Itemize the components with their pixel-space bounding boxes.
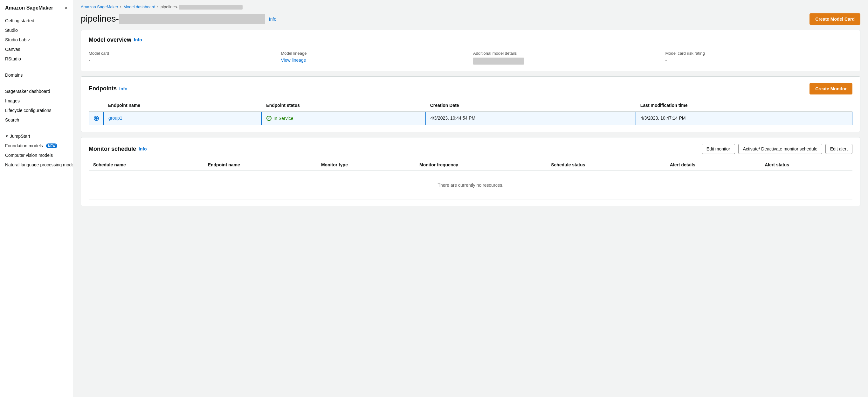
radio-dot: [94, 116, 99, 121]
model-card-value: -: [89, 58, 276, 63]
page-title-row: pipelines- Info: [81, 14, 276, 25]
sidebar-item-studio-lab[interactable]: Studio Lab ↗: [0, 35, 73, 44]
no-resources-text: There are currently no resources.: [93, 175, 848, 195]
page-info-link[interactable]: Info: [269, 17, 276, 22]
sidebar-close-button[interactable]: ×: [64, 5, 68, 11]
monitor-schedule-card: Monitor schedule Info Edit monitor Activ…: [81, 137, 860, 206]
model-overview-title: Model overview Info: [89, 37, 142, 43]
sidebar-divider-1: [5, 67, 68, 67]
sidebar-item-domains[interactable]: Domains: [0, 70, 73, 80]
col-alert-details: Alert details: [665, 159, 760, 171]
main-content: Amazon SageMaker › Model dashboard › pip…: [73, 0, 868, 397]
table-row[interactable]: group1 ✓ In Service 4/3/2023, 10:44:54 P…: [89, 111, 852, 125]
monitor-schedule-info-link[interactable]: Info: [138, 146, 147, 151]
model-overview-title-row: Model overview Info: [89, 37, 852, 43]
sidebar-item-rstudio[interactable]: RStudio: [0, 54, 73, 64]
radio-dot-inner: [95, 117, 98, 120]
sidebar-item-lifecycle-configurations[interactable]: Lifecycle configurations: [0, 105, 73, 115]
row-creation-date: 4/3/2023, 10:44:54 PM: [426, 111, 636, 125]
sidebar-item-search[interactable]: Search: [0, 115, 73, 125]
page-header: pipelines- Info Create Model Card: [73, 11, 868, 30]
model-field-risk-rating: Model card risk rating -: [665, 51, 853, 65]
create-monitor-button[interactable]: Create Monitor: [809, 83, 852, 94]
breadcrumb-sagemaker[interactable]: Amazon SageMaker: [81, 4, 118, 9]
endpoints-title: Endpoints Info: [89, 85, 127, 92]
endpoints-card: Endpoints Info Create Monitor Endpoint n…: [81, 77, 860, 132]
model-field-model-lineage: Model lineage View lineage: [281, 51, 468, 65]
sidebar-item-foundation-models[interactable]: Foundation models NEW: [0, 141, 73, 150]
col-creation-date: Creation Date: [426, 99, 636, 111]
breadcrumb-model-dashboard[interactable]: Model dashboard: [123, 4, 155, 9]
col-last-modified: Last modification time: [636, 99, 852, 111]
endpoint-name-link[interactable]: group1: [108, 116, 122, 121]
row-radio[interactable]: [89, 111, 104, 125]
row-endpoint-name: group1: [104, 111, 262, 125]
model-field-additional-details: Additional model details: [473, 51, 660, 65]
sidebar-item-computer-vision-models[interactable]: Computer vision models: [0, 150, 73, 160]
page-title: pipelines-: [81, 14, 265, 25]
no-resources-cell: There are currently no resources.: [89, 171, 852, 200]
monitor-schedule-table-container: Schedule name Endpoint name Monitor type…: [89, 159, 852, 200]
page-title-redact: [119, 14, 265, 24]
endpoints-table-body: group1 ✓ In Service 4/3/2023, 10:44:54 P…: [89, 111, 852, 125]
status-in-service: ✓ In Service: [267, 116, 293, 121]
col-select: [89, 99, 104, 111]
monitor-schedule-title: Monitor schedule Info: [89, 146, 147, 152]
additional-details-label: Additional model details: [473, 51, 660, 56]
model-overview-grid: Model card - Model lineage View lineage …: [89, 48, 852, 65]
sidebar-header: Amazon SageMaker ×: [0, 5, 73, 16]
breadcrumb-sep-1: ›: [120, 4, 121, 9]
model-overview-info-link[interactable]: Info: [134, 37, 142, 42]
endpoints-table-head: Endpoint name Endpoint status Creation D…: [89, 99, 852, 111]
endpoints-info-link[interactable]: Info: [119, 86, 127, 91]
breadcrumb-current: pipelines-: [161, 4, 243, 9]
monitor-schedule-table-body: There are currently no resources.: [89, 171, 852, 200]
sidebar-item-jumpstart[interactable]: ▼ JumpStart: [0, 131, 73, 141]
sidebar-item-images[interactable]: Images: [0, 96, 73, 105]
edit-alert-button[interactable]: Edit alert: [826, 144, 852, 154]
sidebar-divider-3: [5, 128, 68, 128]
sidebar: Amazon SageMaker × Getting started Studi…: [0, 0, 73, 397]
col-endpoint-name: Endpoint name: [104, 99, 262, 111]
sidebar-title: Amazon SageMaker: [5, 5, 53, 11]
endpoints-title-row: Endpoints Info Create Monitor: [89, 83, 852, 94]
breadcrumb-sep-2: ›: [157, 4, 159, 9]
sidebar-item-sagemaker-dashboard[interactable]: SageMaker dashboard: [0, 87, 73, 96]
new-badge: NEW: [46, 144, 57, 148]
sidebar-item-nlp-models[interactable]: Natural language processing models: [0, 160, 73, 170]
table-row-empty: There are currently no resources.: [89, 171, 852, 200]
row-last-modified: 4/3/2023, 10:47:14 PM: [636, 111, 852, 125]
row-endpoint-status: ✓ In Service: [262, 111, 426, 125]
sidebar-divider-2: [5, 83, 68, 83]
edit-monitor-button[interactable]: Edit monitor: [702, 144, 735, 154]
external-link-icon: ↗: [28, 38, 31, 42]
col-monitor-type: Monitor type: [317, 159, 415, 171]
create-model-card-button[interactable]: Create Model Card: [809, 13, 860, 25]
activate-deactivate-button[interactable]: Activate/ Deactivate monitor schedule: [738, 144, 822, 154]
col-monitor-endpoint-name: Endpoint name: [204, 159, 317, 171]
sidebar-item-studio[interactable]: Studio: [0, 26, 73, 35]
model-lineage-label: Model lineage: [281, 51, 468, 56]
monitor-schedule-title-row: Monitor schedule Info Edit monitor Activ…: [89, 144, 852, 154]
col-monitor-frequency: Monitor frequency: [415, 159, 547, 171]
sidebar-item-getting-started[interactable]: Getting started: [0, 16, 73, 26]
endpoints-table: Endpoint name Endpoint status Creation D…: [89, 99, 852, 126]
breadcrumb-redact: [179, 5, 243, 9]
col-alert-status: Alert status: [760, 159, 852, 171]
col-endpoint-status: Endpoint status: [262, 99, 426, 111]
breadcrumb: Amazon SageMaker › Model dashboard › pip…: [73, 0, 868, 11]
status-check-icon: ✓: [267, 116, 272, 121]
monitor-schedule-table-head: Schedule name Endpoint name Monitor type…: [89, 159, 852, 171]
sidebar-jumpstart-subsection: Foundation models NEW Computer vision mo…: [0, 141, 73, 170]
view-lineage-link[interactable]: View lineage: [281, 58, 306, 63]
model-field-model-card: Model card -: [89, 51, 276, 65]
chevron-down-icon: ▼: [5, 134, 8, 138]
model-card-label: Model card: [89, 51, 276, 56]
risk-rating-label: Model card risk rating: [665, 51, 853, 56]
monitor-schedule-table: Schedule name Endpoint name Monitor type…: [89, 159, 852, 200]
sidebar-item-canvas[interactable]: Canvas: [0, 44, 73, 54]
endpoints-table-container: Endpoint name Endpoint status Creation D…: [89, 99, 852, 126]
col-schedule-status: Schedule status: [547, 159, 665, 171]
additional-details-redact: [473, 58, 524, 65]
col-schedule-name: Schedule name: [89, 159, 204, 171]
